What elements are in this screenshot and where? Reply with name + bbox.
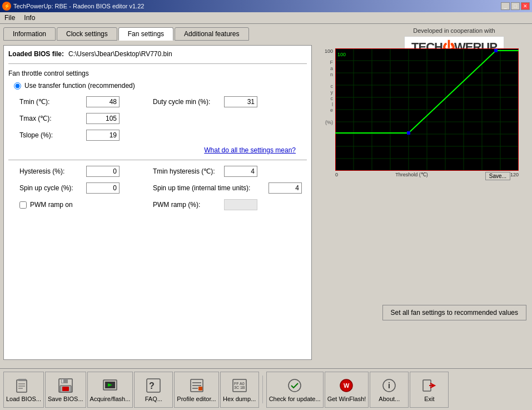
- bottom-toolbar: Load BIOS... Save BIOS... Acquire/flash.…: [0, 368, 532, 410]
- menu-bar: File Info: [0, 12, 532, 24]
- chart-y-label-c: c: [325, 83, 333, 90]
- tab-additional-features[interactable]: Additional features: [175, 27, 248, 41]
- hysteresis-input[interactable]: [86, 166, 120, 177]
- chart-y-label-y: y: [325, 90, 333, 96]
- developed-by-text: Developed in cooperation with: [382, 27, 526, 34]
- app-icon: ⚡: [2, 2, 11, 11]
- chart-y-label-F: F: [325, 60, 333, 66]
- toolbar-about-label: About...: [379, 396, 400, 402]
- toolbar-load-bios-label: Load BIOS...: [6, 396, 41, 402]
- svg-rect-24: [494, 49, 498, 52]
- chart-y-label-l: l: [325, 102, 333, 108]
- svg-text:?: ?: [149, 381, 155, 391]
- svg-rect-45: [198, 387, 202, 391]
- minimize-button[interactable]: _: [501, 2, 510, 10]
- duty-cycle-min-input[interactable]: [224, 96, 257, 107]
- maximize-button[interactable]: □: [511, 2, 520, 10]
- tab-clock-settings[interactable]: Clock settings: [57, 27, 117, 41]
- divider-middle: [8, 160, 307, 160]
- about-icon: i: [380, 377, 398, 394]
- profile-editor-icon: [188, 377, 206, 394]
- svg-text:i: i: [388, 381, 390, 390]
- get-winflash-icon: W: [337, 377, 355, 394]
- svg-text:100: 100: [337, 52, 346, 57]
- pwm-ramp-on-label: PWM ramp on: [30, 201, 73, 209]
- menu-file[interactable]: File: [2, 13, 17, 22]
- menu-info[interactable]: Info: [22, 13, 37, 22]
- toolbar-save-bios[interactable]: Save BIOS...: [45, 372, 86, 408]
- chart-save-button[interactable]: Save...: [485, 172, 510, 180]
- spin-up-time-label: Spin up time (internal time units):: [153, 184, 264, 192]
- bios-file-path: C:\Users\Jbear\Desktop\RV770.bin: [68, 50, 172, 58]
- pwm-ramp-input[interactable]: [224, 199, 257, 210]
- toolbar-separator: [262, 376, 263, 403]
- tmin-input[interactable]: [86, 96, 120, 107]
- svg-rect-33: [62, 379, 63, 383]
- window-title: TechPowerUp: RBE - Radeon BIOS editor v1…: [13, 3, 144, 9]
- tmin-hysteresis-label: Tmin hysteresis (℃):: [153, 167, 220, 175]
- exit-icon: [420, 377, 438, 394]
- duty-cycle-min-label: Duty cycle min (%):: [153, 98, 220, 106]
- tslope-input[interactable]: [86, 130, 120, 141]
- faq-icon: ?: [145, 377, 162, 394]
- toolbar-check-update[interactable]: Check for update...: [266, 372, 324, 408]
- fan-chart: 100: [335, 48, 519, 171]
- tmax-input[interactable]: [86, 113, 120, 124]
- toolbar-faq-label: FAQ...: [145, 396, 162, 402]
- tmin-hysteresis-input[interactable]: [224, 166, 257, 177]
- toolbar-exit-label: Exit: [424, 396, 434, 402]
- use-transfer-function-radio[interactable]: [14, 82, 21, 90]
- transfer-function-radio-row: Use transfer function (recommended): [8, 82, 307, 90]
- save-bios-icon: [57, 377, 74, 394]
- toolbar-faq[interactable]: ? FAQ...: [134, 372, 173, 408]
- chart-wrapper: 100 F a n c y c l e (%): [322, 48, 528, 180]
- close-button[interactable]: ✕: [521, 2, 530, 10]
- chart-y-label-pct: (%): [325, 120, 333, 126]
- chart-y-max: 100: [325, 48, 333, 54]
- tmin-dutycycle-row: Tmin (℃): Duty cycle min (%):: [8, 96, 307, 107]
- toolbar-acquire-flash-label: Acquire/flash...: [90, 396, 131, 402]
- toolbar-get-winflash-label: Get WinFlash!: [327, 396, 366, 402]
- tslope-label: Tslope (%):: [19, 131, 86, 139]
- hysteresis-row: Hysteresis (%): Tmin hysteresis (℃):: [8, 166, 307, 177]
- tmin-label: Tmin (℃):: [19, 98, 86, 106]
- load-bios-icon: [14, 377, 32, 394]
- svg-rect-23: [407, 131, 410, 135]
- chart-y-label-e: e: [325, 107, 333, 113]
- bios-file-label: Loaded BIOS file:: [8, 50, 64, 58]
- pwm-ramp-label: PWM ramp (%):: [153, 201, 220, 209]
- divider-top: [8, 63, 307, 64]
- toolbar-acquire-flash[interactable]: Acquire/flash...: [87, 372, 133, 408]
- chart-y-label-a: a: [325, 66, 333, 72]
- tmax-row: Tmax (℃):: [8, 113, 307, 124]
- toolbar-hex-dump[interactable]: FF A03C 1B Hex dump...: [220, 372, 259, 408]
- svg-point-49: [289, 379, 301, 392]
- tab-information[interactable]: Information: [3, 27, 56, 41]
- pwm-ramp-on-checkbox[interactable]: [19, 201, 27, 209]
- svg-rect-35: [62, 387, 69, 391]
- hex-dump-icon: FF A03C 1B: [231, 377, 248, 394]
- set-recommended-button[interactable]: Set all fan settings to recommended valu…: [382, 305, 526, 320]
- acquire-flash-icon: [101, 377, 119, 394]
- what-settings-link[interactable]: What do all the settings mean?: [8, 146, 296, 154]
- tmax-label: Tmax (℃):: [19, 115, 86, 122]
- main-content: Information Clock settings Fan settings …: [0, 24, 532, 368]
- fan-section-title: Fan throttle control settings: [8, 70, 307, 77]
- toolbar-about[interactable]: i About...: [370, 372, 409, 408]
- content-area: Loaded BIOS file: C:\Users\Jbear\Desktop…: [3, 45, 312, 360]
- svg-text:W: W: [344, 382, 350, 389]
- toolbar-load-bios[interactable]: Load BIOS...: [3, 372, 44, 408]
- tab-fan-settings[interactable]: Fan settings: [118, 27, 173, 41]
- toolbar-exit[interactable]: Exit: [410, 372, 449, 408]
- chart-x-label-text: Threshold (℃): [395, 172, 428, 177]
- pwm-ramp-row: PWM ramp on PWM ramp (%):: [8, 199, 307, 210]
- hysteresis-label: Hysteresis (%):: [19, 167, 86, 175]
- tslope-row: Tslope (%):: [8, 130, 307, 141]
- toolbar-profile-editor[interactable]: Profile editor...: [174, 372, 218, 408]
- spin-up-time-input[interactable]: [269, 182, 302, 194]
- svg-text:FF A0: FF A0: [234, 382, 245, 386]
- toolbar-get-winflash[interactable]: W Get WinFlash!: [325, 372, 369, 408]
- check-update-icon: [286, 377, 304, 394]
- spin-up-cycle-input[interactable]: [86, 182, 120, 194]
- chart-x-axis-label: Threshold (℃): [338, 172, 485, 180]
